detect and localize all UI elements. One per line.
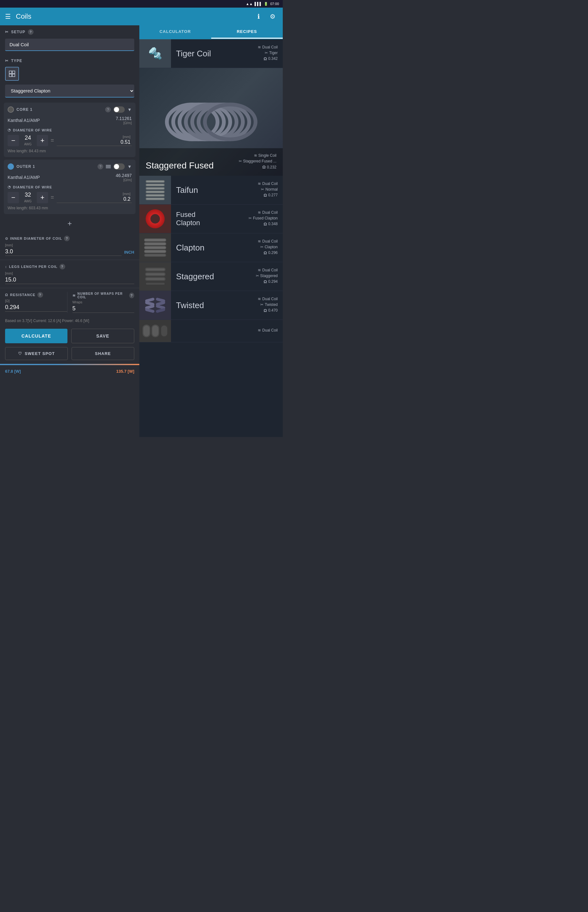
outer1-mm-input[interactable] xyxy=(57,196,132,203)
coiltype-icon-5: ≋ xyxy=(258,268,261,272)
outer1-wire-length: Wire length: 603.43 mm xyxy=(8,206,132,210)
recipe-thumb-3 xyxy=(139,205,171,233)
recipe-thumb-2 xyxy=(139,176,171,204)
core1-wire-length: Wire length: 84.43 mm xyxy=(8,149,132,153)
recipe-thumb-7 xyxy=(139,320,171,342)
core1-material[interactable]: Kanthal A1/AMP xyxy=(8,118,40,123)
list-item[interactable]: Staggered ≋ Dual Coil ✂ Staggered Ω 0.29… xyxy=(139,262,283,291)
save-button[interactable]: SAVE xyxy=(71,329,134,343)
list-item[interactable]: FusedClapton ≋ Dual Coil ✂ Fused Clapton… xyxy=(139,205,283,233)
inner-diameter-unit: [mm] xyxy=(5,243,121,247)
outer1-label: OUTER 1 xyxy=(16,165,95,169)
outer1-diameter-label: ◔ DIAMETER OF WIRE xyxy=(8,185,132,189)
core1-plus-button[interactable]: + xyxy=(37,135,48,146)
core1-diameter-control: − 24 AWG + = [mm] xyxy=(8,135,132,146)
core1-minus-button[interactable]: − xyxy=(8,135,19,146)
app-bar-icons: ℹ ⚙ xyxy=(254,11,278,21)
coiltype-icon-6: ≋ xyxy=(258,297,261,301)
outer1-plus-button[interactable]: + xyxy=(37,192,48,203)
add-wire-button[interactable]: + xyxy=(4,216,136,231)
outer1-switch[interactable] xyxy=(113,163,125,170)
resistance-input[interactable] xyxy=(5,303,67,312)
tab-recipes[interactable]: RECIPES xyxy=(211,25,283,39)
signal-icon: ▌▌▌ xyxy=(255,2,262,6)
wifi-icon: ▲▲ xyxy=(246,2,253,6)
legs-help[interactable]: ? xyxy=(60,264,65,270)
list-item[interactable]: ≋ Dual Coil xyxy=(139,320,283,342)
coiltype-icon-3: ≋ xyxy=(258,210,261,215)
core1-toggle[interactable] xyxy=(8,107,14,113)
recipe-info-6: Twisted ≋ Dual Coil ✂ Twisted Ω 0.470 xyxy=(171,291,283,320)
wraps-unit: Wraps xyxy=(73,300,134,304)
wiretype-icon-4: ✂ xyxy=(260,245,263,249)
recipe-name-0: Tiger Coil xyxy=(176,49,258,58)
wraps-label: ≋ NUMBER OF WRAPS PER COIL ? xyxy=(73,292,134,299)
wiretype-icon-1: ✂ xyxy=(239,159,242,163)
core1-chevron[interactable]: ▼ xyxy=(127,107,132,112)
outer1-awg-value: 32 xyxy=(21,192,34,198)
list-item[interactable]: Clapton ≋ Dual Coil ✂ Clapton Ω 0.296 xyxy=(139,233,283,262)
coil-type-select[interactable]: Dual Coil xyxy=(5,39,134,51)
list-item[interactable]: 🔩 Tiger Coil ≋ Dual Coil ✂ Tiger Ω 0.342 xyxy=(139,39,283,68)
inner-diameter-icon: ⊙ xyxy=(5,237,8,241)
recipe-large-name-1: Staggered Fused xyxy=(145,161,214,171)
outer1-help[interactable]: ? xyxy=(97,164,103,169)
menu-icon[interactable]: ☰ xyxy=(5,13,11,20)
watt-low: 67.8 [W] xyxy=(5,369,21,374)
core1-diameter-label: ◔ DIAMETER OF WIRE xyxy=(8,128,132,132)
outer1-minus-button[interactable]: − xyxy=(8,192,19,203)
recipe-info-7: ≋ Dual Coil xyxy=(171,320,283,342)
heart-icon: ♡ xyxy=(18,351,22,356)
core1-mm-input[interactable] xyxy=(57,139,132,146)
outer1-resistance-value: 46.2497 xyxy=(116,173,132,178)
inch-label[interactable]: INCH xyxy=(124,243,134,256)
list-item[interactable]: Twisted ≋ Dual Coil ✂ Twisted Ω 0.470 xyxy=(139,291,283,320)
recipe-resistance-0: Ω 0.342 xyxy=(258,56,278,61)
core1-label: CORE 1 xyxy=(16,107,103,112)
outer1-toggle[interactable] xyxy=(8,163,14,170)
core1-awg-value: 24 xyxy=(21,135,34,141)
settings-button[interactable]: ⚙ xyxy=(268,11,278,21)
wraps-help[interactable]: ? xyxy=(129,292,134,298)
core1-resistance: 7.11261 [Ω/m] xyxy=(116,116,132,125)
legs-input[interactable] xyxy=(5,276,134,284)
wraps-input[interactable] xyxy=(73,305,134,313)
legs-length-row: ↕ LEGS LENGTH PER COIL ? [mm] xyxy=(0,260,139,288)
svg-rect-1 xyxy=(12,71,15,73)
core1-help[interactable]: ? xyxy=(105,107,111,112)
inner-diameter-input[interactable] xyxy=(5,248,121,256)
right-panel: CALCULATOR RECIPES 🔩 Tiger Coil ≋ Dual C… xyxy=(139,25,283,437)
type-grid-icon[interactable] xyxy=(5,67,19,81)
action-row: CALCULATE SAVE xyxy=(0,325,139,347)
outer1-material[interactable]: Kanthal A1/AMP xyxy=(8,175,40,180)
outer1-awg-unit: AWG xyxy=(24,200,32,203)
core1-mm-section: [mm] xyxy=(57,135,132,146)
setup-help[interactable]: ? xyxy=(28,29,34,35)
core1-equals: = xyxy=(51,137,54,144)
core1-mm-unit: [mm] xyxy=(57,135,131,139)
outer1-resistance-unit: [Ω/m] xyxy=(116,178,132,182)
coil-style-select[interactable]: Staggered Clapton xyxy=(5,84,134,97)
recipe-name-2: Taifun xyxy=(176,185,258,195)
recipe-coiltype-0: ≋ Dual Coil xyxy=(258,45,278,49)
calculate-button[interactable]: CALCULATE xyxy=(5,329,68,343)
recipe-info-2: Taifun ≋ Dual Coil ✂ Normal Ω 0.277 xyxy=(171,176,283,204)
core1-switch[interactable] xyxy=(113,107,125,113)
recipe-meta-3: ≋ Dual Coil ✂ Fused Clapton Ω 0.348 xyxy=(249,210,278,228)
resistance-unit: [Ω] xyxy=(5,299,67,303)
wiretype-icon-2: ✂ xyxy=(261,187,264,192)
progress-bar xyxy=(0,364,139,365)
list-item[interactable]: Taifun ≋ Dual Coil ✂ Normal Ω 0.277 xyxy=(139,176,283,205)
inner-diameter-help[interactable]: ? xyxy=(64,236,69,241)
info-button[interactable]: ℹ xyxy=(254,11,264,21)
resistance-help[interactable]: ? xyxy=(37,292,43,298)
tab-calculator[interactable]: CALCULATOR xyxy=(139,25,211,39)
list-item[interactable]: Staggered Fused ≋ Single Coil ✂ Staggere… xyxy=(139,68,283,176)
outer1-header: OUTER 1 ? ▼ xyxy=(8,163,132,170)
outer1-controls: ? ▼ xyxy=(97,163,132,170)
sweet-spot-button[interactable]: ♡ SWEET SPOT xyxy=(5,347,68,360)
share-button[interactable]: SHARE xyxy=(71,347,134,360)
wraps-icon: ≋ xyxy=(73,294,76,298)
setup-section-header: ✂ SETUP ? xyxy=(0,25,139,37)
outer1-chevron[interactable]: ▼ xyxy=(127,164,132,169)
